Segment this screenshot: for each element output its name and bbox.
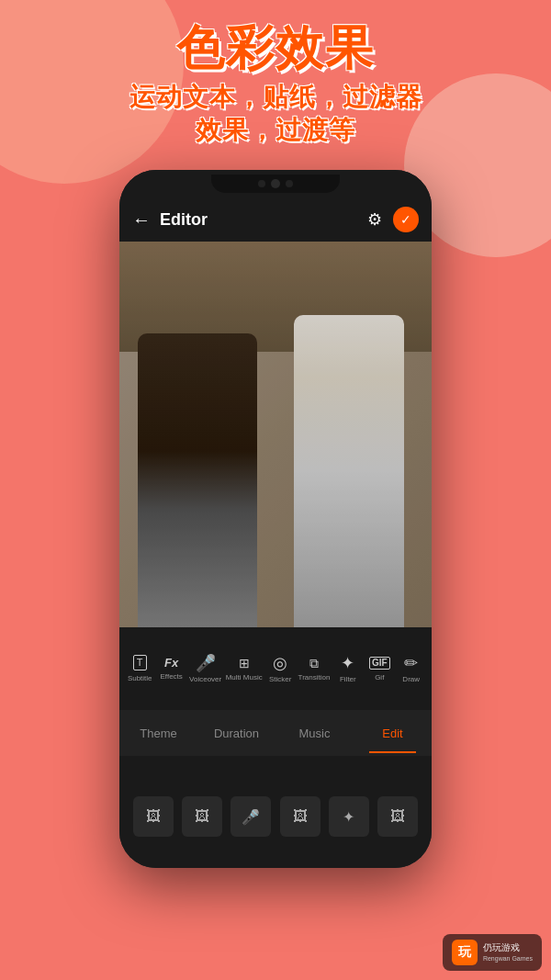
strip-thumb-4[interactable]: 🖼 bbox=[280, 796, 320, 837]
timeline-strip: 🖼 🖼 🎤 🖼 ✦ 🖼 bbox=[119, 756, 432, 868]
tab-duration[interactable]: Duration bbox=[197, 714, 276, 753]
subtitle-line1: 运动文本，贴纸，过滤器 bbox=[0, 81, 551, 114]
confirm-button[interactable]: ✓ bbox=[393, 207, 419, 232]
phone-frame: ← Editor ⚙ ✓ T Subtitle Fx Effects 🎤 Voi… bbox=[119, 170, 432, 868]
tab-edit[interactable]: Edit bbox=[354, 714, 432, 753]
draw-label: Draw bbox=[402, 675, 420, 683]
draw-icon: ✏ bbox=[404, 655, 418, 671]
gif-icon: GIF bbox=[369, 657, 390, 670]
phone-notch bbox=[211, 175, 340, 193]
editor-toolbar: T Subtitle Fx Effects 🎤 Voiceover ⊞ Mult… bbox=[119, 627, 432, 710]
filter-label: Filter bbox=[340, 675, 356, 683]
strip-thumb-3[interactable]: 🎤 bbox=[231, 796, 271, 837]
phone-topbar bbox=[119, 170, 432, 197]
voiceover-label: Voiceover bbox=[189, 675, 221, 683]
tool-voiceover[interactable]: 🎤 Voiceover bbox=[189, 655, 221, 683]
effects-label: Effects bbox=[161, 672, 183, 681]
sticker-icon: ◎ bbox=[273, 655, 287, 671]
back-button[interactable]: ← bbox=[132, 209, 151, 231]
title-section: 色彩效果 运动文本，贴纸，过滤器 效果，过渡等 bbox=[0, 17, 551, 148]
subtitle-icon: T bbox=[133, 655, 147, 670]
app-header: ← Editor ⚙ ✓ bbox=[119, 197, 432, 242]
settings-icon[interactable]: ⚙ bbox=[367, 209, 382, 230]
notch-sensor bbox=[258, 180, 265, 187]
multimusic-label: Multi Music bbox=[226, 673, 263, 681]
tool-gif[interactable]: GIF Gif bbox=[365, 657, 393, 681]
sticker-label: Sticker bbox=[269, 675, 291, 683]
gif-label: Gif bbox=[375, 673, 384, 681]
tool-multimusic[interactable]: ⊞ Multi Music bbox=[226, 657, 263, 681]
subtitle-label: Subtitle bbox=[128, 674, 152, 682]
bottom-tab-bar: Theme Duration Music Edit bbox=[119, 710, 432, 756]
video-preview bbox=[119, 242, 432, 627]
editor-title: Editor bbox=[160, 210, 367, 230]
check-icon: ✓ bbox=[400, 212, 411, 227]
effects-icon: Fx bbox=[164, 657, 178, 669]
tool-sticker[interactable]: ◎ Sticker bbox=[266, 655, 294, 683]
watermark-logo: 玩 bbox=[452, 940, 478, 965]
tool-transition[interactable]: ⧉ Transition bbox=[298, 657, 331, 681]
filter-icon: ✦ bbox=[341, 655, 354, 671]
tab-music[interactable]: Music bbox=[276, 714, 354, 753]
notch-camera bbox=[271, 179, 280, 188]
tool-draw[interactable]: ✏ Draw bbox=[398, 655, 425, 683]
strip-thumb-5[interactable]: ✦ bbox=[329, 796, 369, 837]
tool-subtitle[interactable]: T Subtitle bbox=[126, 655, 153, 682]
main-title: 色彩效果 bbox=[0, 17, 551, 81]
watermark-text: 仍玩游戏 Rengwan Games bbox=[483, 941, 533, 963]
tool-filter[interactable]: ✦ Filter bbox=[334, 655, 362, 683]
watermark: 玩 仍玩游戏 Rengwan Games bbox=[443, 934, 542, 971]
tab-theme[interactable]: Theme bbox=[119, 714, 197, 753]
photo-overlay bbox=[119, 242, 432, 627]
multimusic-icon: ⊞ bbox=[239, 657, 250, 670]
voiceover-icon: 🎤 bbox=[196, 655, 216, 671]
strip-thumb-1[interactable]: 🖼 bbox=[133, 796, 174, 837]
strip-thumb-6[interactable]: 🖼 bbox=[377, 796, 418, 837]
subtitle-line2: 效果，过渡等 bbox=[0, 114, 551, 147]
tool-effects[interactable]: Fx Effects bbox=[158, 657, 186, 681]
transition-icon: ⧉ bbox=[309, 657, 319, 670]
strip-thumb-2[interactable]: 🖼 bbox=[182, 796, 222, 837]
notch-sensor2 bbox=[286, 180, 293, 187]
transition-label: Transition bbox=[298, 673, 331, 681]
